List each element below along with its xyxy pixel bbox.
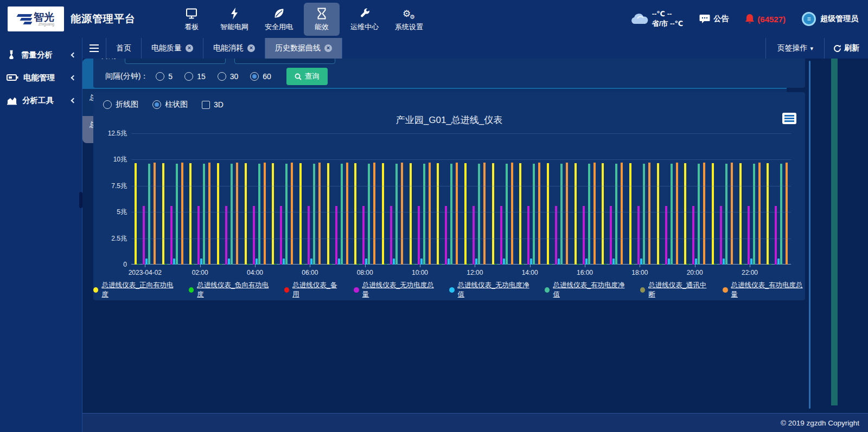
radio-icon[interactable] <box>103 100 112 109</box>
y-axis-tick-label: 7.5兆 <box>111 181 127 190</box>
close-tab-icon[interactable]: × <box>186 44 193 52</box>
copyright-text: © 2019 zgzdh Copyright <box>781 419 859 427</box>
tab-energy-consumption[interactable]: 电能消耗× <box>203 38 265 59</box>
sidebar-item-demand-analysis[interactable]: 需量分析 <box>0 43 82 66</box>
legend-dot-icon <box>449 287 454 293</box>
tab-power-quality[interactable]: 电能质量× <box>142 38 203 59</box>
alarm-count: (64527) <box>757 15 786 24</box>
x-axis-tick-label: 16:00 <box>577 269 593 276</box>
bar <box>308 206 310 265</box>
bar <box>475 259 477 265</box>
bar <box>200 259 202 265</box>
nav-item-system-settings[interactable]: ⚙⚙系统设置 <box>390 3 429 36</box>
gridline <box>131 238 791 239</box>
bar <box>780 164 782 265</box>
x-axis-tick-label: 08:00 <box>357 269 373 276</box>
bar <box>753 164 755 265</box>
chart-option-label: 3D <box>214 100 224 109</box>
legend-item[interactable]: 总进线仪表_正向有功电度 <box>93 281 176 299</box>
bar <box>148 164 150 265</box>
chart-context-menu-button[interactable] <box>782 113 796 124</box>
bar-group-hour-8 <box>351 133 379 265</box>
chevron-left-icon <box>71 98 76 103</box>
close-tab-icon[interactable]: × <box>324 44 332 52</box>
interval-option-30[interactable]: 30 <box>218 72 239 81</box>
tab-home[interactable]: 首页 <box>106 38 142 59</box>
bar <box>253 206 255 265</box>
legend-item[interactable]: 总进线仪表_通讯中断 <box>640 281 710 299</box>
legend-item[interactable]: 总进线仪表_备用 <box>284 281 341 299</box>
close-tab-icon[interactable]: × <box>247 44 255 52</box>
interval-option-5[interactable]: 5 <box>156 72 173 81</box>
bar <box>401 163 403 265</box>
search-button[interactable]: 查询 <box>286 68 328 85</box>
bar <box>643 164 645 265</box>
bar <box>665 206 667 265</box>
bar <box>698 164 700 265</box>
refresh-button[interactable]: 刷新 <box>825 38 868 59</box>
nav-item-dashboard[interactable]: 看板 <box>174 3 209 36</box>
legend-item[interactable]: 总进线仪表_无功电度总量 <box>354 281 436 299</box>
sidebar: 需量分析电能管理分析工具 <box>0 38 82 432</box>
radio-icon[interactable] <box>250 72 259 81</box>
sidebar-item-analysis-tools[interactable]: 分析工具 <box>0 89 82 112</box>
chart-option-line-chart[interactable]: 折线图 <box>103 100 138 109</box>
nav-item-ops-center[interactable]: 运维中心 <box>345 3 384 36</box>
bar-group-hour-11 <box>433 133 461 265</box>
legend-item[interactable]: 总进线仪表_无功电度净值 <box>449 281 532 299</box>
collapse-sidebar-button[interactable] <box>82 38 106 59</box>
chart-option-bar-chart[interactable]: 柱状图 <box>152 100 188 109</box>
bar <box>264 163 266 265</box>
radio-icon[interactable] <box>152 100 161 109</box>
sidebar-item-energy-management[interactable]: 电能管理 <box>0 66 82 89</box>
radio-icon[interactable] <box>156 72 164 81</box>
checkbox-icon[interactable] <box>202 101 210 109</box>
bar <box>395 164 398 265</box>
legend-dot-icon <box>189 287 194 293</box>
main-nav: 看板智能电网安全用电能效运维中心⚙⚙系统设置 <box>174 3 429 36</box>
radio-icon[interactable] <box>184 72 193 81</box>
bar <box>231 164 233 265</box>
tab-operations-dropdown[interactable]: 页签操作 ▾ <box>765 38 825 59</box>
start-date-input[interactable]: 2023-04-02 <box>125 59 226 64</box>
x-axis-tick <box>695 265 695 267</box>
legend-item[interactable]: 总进线仪表_有功电度总量 <box>723 281 805 299</box>
bar <box>228 259 230 265</box>
announcement-button[interactable]: 公告 <box>699 14 729 24</box>
alarm-button[interactable]: (64527) <box>745 14 786 24</box>
nav-item-safe-power[interactable]: 安全用电 <box>259 3 298 36</box>
bar-group-hour-15 <box>544 133 571 265</box>
end-date-input[interactable]: 2023-04-02 <box>234 59 335 64</box>
x-axis-tick-label: 22:00 <box>742 269 758 276</box>
search-button-label: 查询 <box>305 72 320 81</box>
bar <box>245 163 247 265</box>
nav-item-energy-efficiency[interactable]: 能效 <box>304 3 340 36</box>
x-axis-tick <box>475 265 475 267</box>
interval-option-label: 15 <box>197 72 206 81</box>
interval-option-15[interactable]: 15 <box>184 72 206 81</box>
page-scrollbar[interactable] <box>831 59 838 405</box>
bar <box>671 164 673 265</box>
bar <box>640 259 642 265</box>
x-axis-tick-label: 06:00 <box>302 269 318 276</box>
refresh-icon <box>833 44 841 53</box>
tab-history-curve[interactable]: 历史数据曲线× <box>265 38 342 59</box>
bar <box>775 206 777 265</box>
legend-item[interactable]: 总进线仪表_有功电度净值 <box>545 281 627 299</box>
legend-item[interactable]: 总进线仪表_负向有功电度 <box>189 281 271 299</box>
radio-icon[interactable] <box>218 72 226 81</box>
chart-option-three-d[interactable]: 3D <box>202 100 224 109</box>
bar <box>283 259 285 265</box>
user-menu[interactable]: ≡ 超级管理员 <box>802 12 858 26</box>
nav-item-smart-grid[interactable]: 智能电网 <box>215 3 254 36</box>
bar <box>575 163 577 265</box>
tab-label: 历史数据曲线 <box>275 43 321 53</box>
gridline <box>131 159 791 160</box>
bar <box>341 164 343 265</box>
bar <box>335 206 337 265</box>
bar-chart-plot: 02.5兆5兆7.5兆10兆12.5兆2023-04-0202:0004:000… <box>131 133 791 265</box>
interval-option-60[interactable]: 60 <box>250 72 271 81</box>
panel-scrollbar[interactable] <box>809 61 810 409</box>
bar <box>181 163 183 265</box>
bar <box>448 259 450 265</box>
